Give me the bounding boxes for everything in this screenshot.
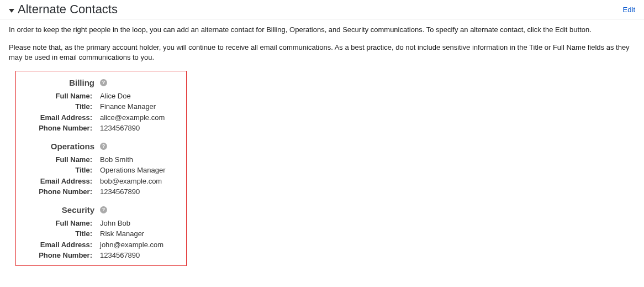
contact-heading: Billing [24,78,94,87]
field-row: Email Address: alice@example.com [24,112,178,123]
contact-heading-row: Operations ? [24,142,178,151]
contact-heading: Security [24,205,94,215]
field-row: Full Name: Bob Smith [24,154,178,165]
contact-heading: Operations [24,142,94,151]
contact-block-operations: Operations ? Full Name: Bob Smith Title:… [24,142,178,197]
help-icon[interactable]: ? [100,143,107,150]
field-label-full-name: Full Name: [24,91,94,102]
edit-link[interactable]: Edit [623,6,635,14]
field-value-phone: 1234567890 [94,123,140,134]
field-value-email: john@example.com [94,239,163,251]
field-value-title: Risk Manager [94,228,144,239]
field-row: Title: Finance Manager [24,101,178,112]
contact-heading-row: Billing ? [24,78,178,87]
field-row: Email Address: john@example.com [24,239,178,251]
field-value-email: alice@example.com [94,112,165,123]
field-row: Email Address: bob@example.com [24,176,178,187]
field-row: Phone Number: 1234567890 [24,250,178,261]
field-value-title: Finance Manager [94,101,156,112]
field-row: Full Name: John Bob [24,218,178,229]
description-paragraph: Please note that, as the primary account… [9,43,635,62]
contact-block-security: Security ? Full Name: John Bob Title: Ri… [24,205,178,261]
field-label-phone: Phone Number: [24,250,94,261]
field-value-full-name: John Bob [94,218,130,229]
field-label-email: Email Address: [24,112,94,123]
field-label-full-name: Full Name: [24,154,94,165]
field-row: Title: Operations Manager [24,165,178,176]
field-label-email: Email Address: [24,239,94,251]
description-paragraph: In order to keep the right people in the… [9,25,635,35]
section-description: In order to keep the right people in the… [0,19,644,63]
help-icon[interactable]: ? [100,206,107,213]
field-row: Phone Number: 1234567890 [24,123,178,134]
collapse-caret-icon[interactable] [9,9,14,13]
field-value-email: bob@example.com [94,176,162,187]
section-header: Alternate Contacts Edit [0,0,644,19]
contact-heading-row: Security ? [24,205,178,215]
field-label-phone: Phone Number: [24,186,94,197]
field-row: Title: Risk Manager [24,228,178,239]
section-title: Alternate Contacts [18,2,623,17]
alternate-contacts-box: Billing ? Full Name: Alice Doe Title: Fi… [15,71,187,266]
help-icon[interactable]: ? [100,79,107,86]
field-value-full-name: Bob Smith [94,154,133,165]
field-label-email: Email Address: [24,176,94,187]
field-label-full-name: Full Name: [24,218,94,229]
field-value-full-name: Alice Doe [94,91,131,102]
contact-block-billing: Billing ? Full Name: Alice Doe Title: Fi… [24,78,178,134]
field-label-phone: Phone Number: [24,123,94,134]
field-label-title: Title: [24,101,94,112]
field-value-title: Operations Manager [94,165,166,176]
field-label-title: Title: [24,165,94,176]
field-row: Phone Number: 1234567890 [24,186,178,197]
field-value-phone: 1234567890 [94,186,140,197]
field-row: Full Name: Alice Doe [24,91,178,102]
field-value-phone: 1234567890 [94,250,140,261]
field-label-title: Title: [24,228,94,239]
